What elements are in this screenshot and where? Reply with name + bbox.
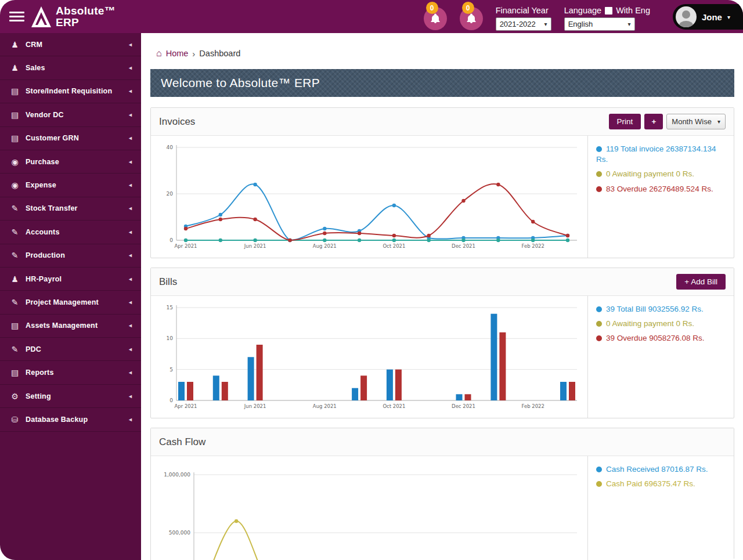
pencil-icon: ✎ [9,298,20,307]
legend-dot [596,171,602,177]
sidebar-item-setting[interactable]: ⚙Setting◄ [0,385,141,408]
sidebar-item-label: Assets Management [26,321,98,330]
card-icon: ▤ [9,86,20,96]
notification-badge-2: 0 [462,2,474,14]
pencil-icon: ✎ [9,345,20,354]
home-icon[interactable]: ⌂ [156,48,162,59]
caret-left-icon: ◄ [128,112,133,118]
legend-dot [596,321,602,327]
hamburger-menu-icon[interactable] [9,12,24,21]
sidebar-item-label: HR-Payrol [26,275,62,283]
financial-year-select[interactable]: 2021-2022 ▾ [496,17,551,31]
sidebar-item-label: Reports [26,368,54,377]
brand-logo: Absolute™ ERP [31,5,116,28]
sidebar-item-label: Vendor DC [26,111,64,119]
breadcrumb-separator: › [192,49,195,59]
add-bill-button[interactable]: + Add Bill [676,274,726,290]
month-wise-select[interactable]: Month Wise ▾ [666,114,726,129]
sidebar-item-label: Accounts [26,228,60,236]
sidebar-item-label: Store/Indent Requisition [26,87,112,95]
language-label: Language [564,6,602,15]
brand-line1: Absolute™ [56,5,116,16]
svg-text:1,000,000: 1,000,000 [164,472,190,478]
caret-left-icon: ◄ [128,417,133,422]
sidebar-item-label: Setting [26,392,51,400]
notification-badge-1: 0 [426,2,438,14]
with-eng-checkbox[interactable] [605,7,612,15]
user-name: Jone [702,12,722,22]
sidebar-item-label: Expense [26,181,56,189]
svg-text:Apr 2021: Apr 2021 [174,403,197,409]
sidebar-item-database-backup[interactable]: ⛁Database Backup◄ [0,408,141,431]
sidebar-item-label: Project Management [26,298,99,306]
legend-item: 0 Awaiting payment 0 Rs. [596,169,728,179]
sidebar-item-vendor-dc[interactable]: ▤Vendor DC◄ [0,103,141,127]
sidebar-item-sales[interactable]: ♟Sales◄ [0,56,141,80]
legend-text: 0 Awaiting payment 0 Rs. [606,319,694,328]
sidebar-item-hr-payrol[interactable]: ♟HR-Payrol◄ [0,268,141,291]
caret-left-icon: ◄ [128,276,133,282]
caret-left-icon: ◄ [128,323,133,328]
bills-legend: 39 Total Bill 9032556.92 Rs.0 Awaiting p… [587,296,734,418]
caret-left-icon: ◄ [128,65,133,71]
cashflow-title: Cash Flow [159,436,205,448]
sidebar-item-customer-grn[interactable]: ▤Customer GRN◄ [0,127,141,150]
caret-down-icon: ▾ [628,21,631,27]
bell-icon [466,13,477,24]
sidebar-item-accounts[interactable]: ✎Accounts◄ [0,221,141,244]
sidebar-item-store-indent-requisition[interactable]: ▤Store/Indent Requisition◄ [0,80,141,103]
caret-left-icon: ◄ [128,42,133,48]
notification-bell-1[interactable]: 0 [424,7,447,30]
breadcrumb-home-link[interactable]: Home [166,49,189,58]
language-block: Language With Eng English ▾ [564,6,650,31]
cashflow-card: Cash Flow 0500,0001,000,000Apr 2021Jun 2… [150,428,734,560]
sidebar-item-project-management[interactable]: ✎Project Management◄ [0,291,141,314]
welcome-banner: Welcome to Absolute™ ERP [150,69,734,97]
legend-item: 0 Awaiting payment 0 Rs. [596,319,728,329]
user-menu[interactable]: Jone ▾ [673,4,743,30]
pencil-icon: ✎ [9,204,20,213]
gears-icon: ⚙ [9,392,20,401]
svg-text:Jun 2021: Jun 2021 [244,403,266,409]
breadcrumb-current: Dashboard [199,49,240,58]
caret-left-icon: ◄ [128,299,133,305]
brand-line2: ERP [56,17,116,28]
sidebar-item-label: Production [26,251,65,259]
cashflow-chart-area: 0500,0001,000,000Apr 2021Jun 2021Aug 202… [151,456,587,560]
sidebar-item-expense[interactable]: ◉Expense◄ [0,174,141,197]
legend-dot [596,146,602,152]
sidebar-item-reports[interactable]: ▤Reports◄ [0,361,141,384]
legend-item: 39 Total Bill 9032556.92 Rs. [596,304,728,315]
sidebar-item-production[interactable]: ✎Production◄ [0,244,141,268]
bills-card-header: Bills + Add Bill [151,268,734,296]
legend-item: 39 Overdue 9058276.08 Rs. [596,333,728,344]
with-eng-label: With Eng [616,6,650,15]
language-select[interactable]: English ▾ [564,17,635,31]
sidebar-item-pdc[interactable]: ✎PDC◄ [0,338,141,361]
notification-bell-2[interactable]: 0 [460,7,483,30]
bills-bar-chart: 051015Apr 2021Jun 2021Aug 2021Oct 2021De… [156,302,585,416]
sidebar-item-assets-management[interactable]: ▤Assets Management◄ [0,315,141,338]
topbar: Absolute™ ERP 0 0 Financial Year 2021- [0,0,743,33]
print-button[interactable]: Print [609,114,641,129]
svg-text:40: 40 [167,144,174,150]
cashflow-line-chart: 0500,0001,000,000Apr 2021Jun 2021Aug 202… [156,462,585,560]
svg-text:15: 15 [167,305,173,310]
sidebar-item-purchase[interactable]: ◉Purchase◄ [0,150,141,174]
legend-dot [596,467,602,472]
sidebar-item-label: Customer GRN [26,134,79,142]
welcome-title: Welcome to Absolute™ ERP [161,76,320,90]
sidebar-item-label: Sales [26,64,45,72]
card-icon: ▤ [9,321,20,330]
legend-dot [596,481,602,487]
svg-text:0: 0 [169,398,173,403]
sidebar-item-label: Purchase [26,158,59,166]
caret-left-icon: ◄ [128,229,133,235]
cashflow-legend: Cash Received 87016.87 Rs.Cash Paid 6963… [587,456,734,560]
legend-text: 39 Total Bill 9032556.92 Rs. [606,305,704,313]
sidebar-item-crm[interactable]: ♟CRM◄ [0,33,141,56]
add-invoice-button[interactable]: + [644,114,663,129]
legend-item: Cash Received 87016.87 Rs. [596,464,728,475]
sidebar-item-stock-transfer[interactable]: ✎Stock Transfer◄ [0,197,141,221]
svg-text:Dec 2021: Dec 2021 [452,403,475,409]
